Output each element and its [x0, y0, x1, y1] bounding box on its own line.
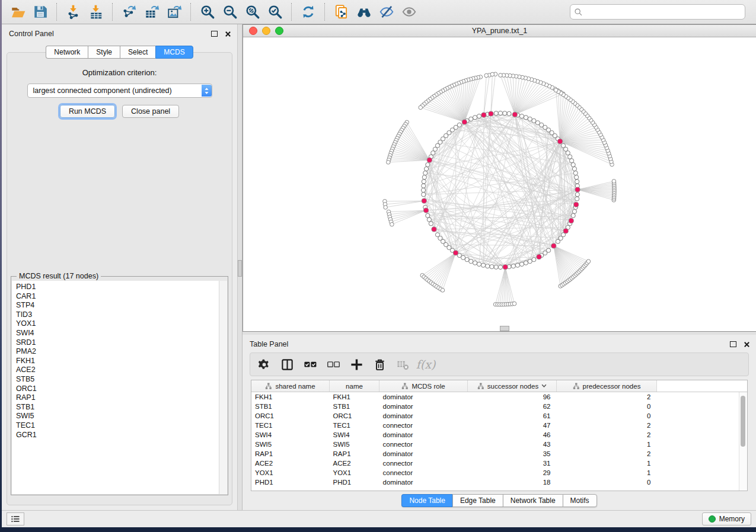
mcds-result-item[interactable]: PHD1 [16, 283, 219, 292]
table-row[interactable]: SWI4SWI4dominator462 [251, 430, 747, 440]
table-row[interactable]: SWI5SWI5connector431 [251, 440, 747, 449]
import-network-button[interactable] [62, 2, 85, 21]
import-table-icon [88, 4, 104, 20]
attribute-type-icon [477, 383, 484, 389]
close-panel-icon[interactable] [225, 31, 231, 37]
mcds-result-item[interactable]: TEC1 [16, 421, 219, 431]
search-box[interactable] [570, 4, 745, 20]
memory-button[interactable]: Memory [702, 512, 751, 525]
attribute-type-icon [401, 383, 409, 389]
mcds-result-item[interactable]: SRD1 [16, 338, 219, 348]
control-panel-header: Control Panel [2, 24, 237, 41]
cell-name: SWI5 [330, 440, 379, 449]
search-input[interactable] [585, 6, 741, 18]
mcds-result-item[interactable]: ACE2 [16, 366, 219, 375]
column-header-name[interactable]: name [330, 380, 379, 392]
column-header-shared-name[interactable]: shared name [251, 380, 330, 392]
open-file-button[interactable] [7, 2, 29, 21]
toolbar-icon-groups [2, 0, 425, 24]
column-header-successor-nodes[interactable]: successor nodes [468, 380, 557, 392]
export-network-button[interactable] [118, 2, 141, 21]
tab-motifs[interactable]: Motifs [563, 494, 597, 507]
mcds-result-list[interactable]: PHD1CAR1STP4TID3YOX1SWI4SRD1PMA2FKH1ACE2… [12, 281, 219, 494]
console-toggle-button[interactable] [7, 512, 24, 525]
delete-button[interactable] [371, 355, 388, 373]
mcds-result-item[interactable]: ORC1 [16, 384, 219, 394]
cell-successor_nodes: 46 [468, 430, 557, 440]
float-table-panel-icon[interactable] [730, 341, 736, 347]
network-view-window: YPA_prune.txt_1 [243, 24, 756, 332]
table-scrollbar[interactable] [739, 392, 747, 491]
zoom-fit-button[interactable] [241, 2, 264, 21]
deselect-all-button[interactable] [324, 355, 342, 373]
mcds-result-item[interactable]: GCR1 [16, 431, 219, 440]
column-header-MCDS-role[interactable]: MCDS role [379, 380, 468, 392]
table-row[interactable]: STB1STB1dominator620 [251, 402, 747, 411]
tab-edge-table[interactable]: Edge Table [452, 494, 503, 507]
close-table-panel-icon[interactable] [744, 341, 750, 348]
mcds-result-item[interactable]: STB1 [16, 403, 219, 412]
export-image-button[interactable] [163, 2, 186, 21]
mcds-result-item[interactable]: FKH1 [16, 357, 219, 366]
mcds-result-item[interactable]: SWI5 [16, 412, 219, 421]
columns-button[interactable] [278, 355, 296, 373]
close-panel-button[interactable]: Close panel [122, 105, 179, 118]
add-button[interactable] [347, 355, 365, 373]
tab-network[interactable]: Network [46, 46, 88, 59]
cell-name: RAP1 [330, 449, 379, 459]
cell-shared_name: ORC1 [251, 411, 330, 421]
tab-style[interactable]: Style [88, 46, 120, 59]
network-graph[interactable] [243, 37, 756, 331]
tab-node-table[interactable]: Node Table [401, 494, 452, 507]
cell-shared_name: SWI5 [251, 440, 330, 449]
table-row[interactable]: ORC1ORC1dominator610 [251, 411, 747, 421]
optimization-criterion-select[interactable]: largest connected component (undirected) [27, 84, 212, 98]
table-row[interactable]: ACE2ACE2connector311 [251, 459, 747, 468]
mcds-result-item[interactable]: TID3 [16, 310, 219, 320]
show-all-icon [401, 4, 417, 20]
table-row[interactable]: TEC1TEC1connector472 [251, 421, 747, 430]
network-canvas[interactable] [243, 37, 756, 331]
table-row[interactable]: YOX1YOX1connector291 [251, 468, 747, 477]
zoom-out-button[interactable] [219, 2, 241, 21]
horizontal-divider[interactable] [243, 332, 756, 335]
save-session-button[interactable] [29, 2, 52, 21]
function-button: f(x) [417, 355, 435, 373]
select-all-button[interactable] [301, 355, 319, 373]
mcds-result-item[interactable]: YOX1 [16, 319, 219, 329]
find-button[interactable] [353, 2, 375, 21]
table-scrollbar-thumb[interactable] [741, 396, 745, 447]
mcds-result-scrollbar[interactable] [219, 281, 227, 494]
panel-divider[interactable] [237, 24, 243, 510]
mcds-result-item[interactable]: RAP1 [16, 393, 219, 403]
mcds-result-item[interactable]: STP4 [16, 301, 219, 310]
mcds-result-item[interactable]: SWI4 [16, 329, 219, 338]
table-row[interactable]: FKH1FKH1dominator962 [251, 392, 747, 402]
run-mcds-button[interactable]: Run MCDS [60, 105, 115, 118]
mcds-result-item[interactable]: STB5 [16, 375, 219, 384]
show-all-button[interactable] [398, 2, 420, 21]
cell-mcds_role: dominator [379, 430, 468, 440]
column-header-predecessor-nodes[interactable]: predecessor nodes [557, 380, 657, 392]
refresh-button[interactable] [297, 2, 320, 21]
network-titlebar[interactable]: YPA_prune.txt_1 [243, 25, 756, 37]
zoom-in-button[interactable] [196, 2, 219, 21]
network-from-selection-button[interactable] [330, 2, 353, 21]
hide-selected-button[interactable] [375, 2, 398, 21]
tab-mcds[interactable]: MCDS [155, 46, 193, 59]
column-label: shared name [275, 383, 315, 390]
float-panel-icon[interactable] [211, 31, 218, 37]
tab-select[interactable]: Select [120, 46, 155, 59]
mcds-result-item[interactable]: CAR1 [16, 292, 219, 302]
canvas-divider-handle[interactable] [500, 326, 509, 331]
divider-handle[interactable] [238, 260, 242, 277]
settings-button[interactable] [255, 355, 273, 373]
table-row[interactable]: PHD1PHD1dominator180 [251, 477, 747, 487]
cell-shared_name: PHD1 [251, 477, 330, 487]
mcds-result-item[interactable]: PMA2 [16, 347, 219, 357]
table-row[interactable]: RAP1RAP1dominator352 [251, 449, 747, 459]
import-table-button[interactable] [85, 2, 107, 21]
zoom-selected-button[interactable] [264, 2, 286, 21]
tab-network-table[interactable]: Network Table [503, 494, 563, 507]
export-table-button[interactable] [141, 2, 163, 21]
